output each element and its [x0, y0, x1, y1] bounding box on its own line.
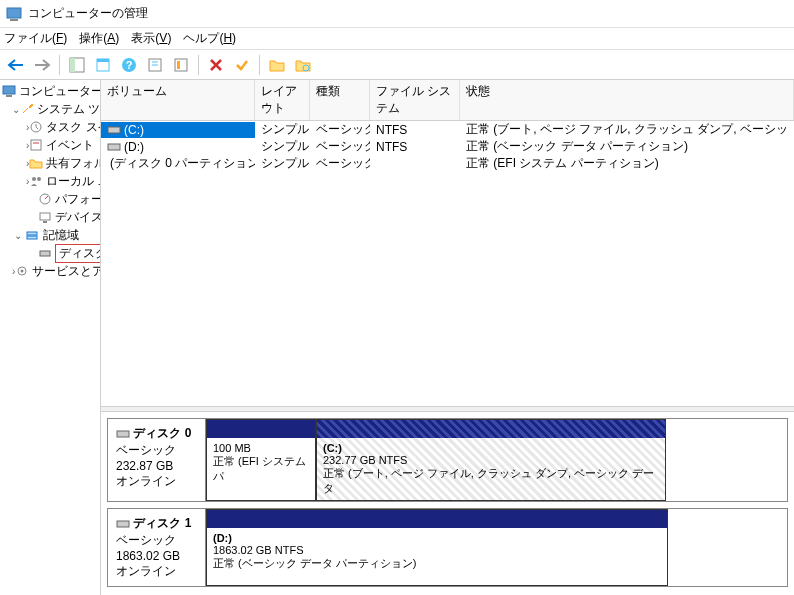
clock-icon [29, 119, 43, 135]
tree-event-viewer[interactable]: › イベント ビューアー [0, 136, 100, 154]
disk-block[interactable]: ディスク 1ベーシック1863.02 GBオンライン(D:)1863.02 GB… [107, 508, 788, 587]
menubar: ファイル(F) 操作(A) 表示(V) ヘルプ(H) [0, 28, 794, 50]
svg-rect-3 [70, 58, 75, 72]
tree-services-apps[interactable]: › サービスとアプリケーション [0, 262, 100, 280]
volume-row[interactable]: (ディスク 0 パーティション 1)シンプルベーシック正常 (EFI システム … [101, 155, 794, 172]
menu-view[interactable]: 表示(V) [131, 30, 171, 47]
toolbar-separator [198, 55, 199, 75]
tree-shared-folders[interactable]: › 共有フォルダー [0, 154, 100, 172]
tree-storage[interactable]: ⌄ 記憶域 [0, 226, 100, 244]
tree-device-manager[interactable]: デバイス マネージャー [0, 208, 100, 226]
folder-button[interactable] [265, 53, 289, 77]
svg-rect-24 [27, 232, 37, 235]
event-icon [29, 137, 43, 153]
svg-text:?: ? [126, 59, 133, 71]
users-icon [29, 173, 43, 189]
settings-button[interactable] [169, 53, 193, 77]
disk-info: ディスク 0ベーシック232.87 GBオンライン [108, 419, 206, 501]
refresh-button[interactable] [143, 53, 167, 77]
collapse-icon[interactable]: ⌄ [12, 104, 20, 115]
volume-row[interactable]: (C:)シンプルベーシックNTFS正常 (ブート, ページ ファイル, クラッシ… [101, 121, 794, 138]
forward-button[interactable] [30, 53, 54, 77]
tree-task-scheduler[interactable]: › タスク スケジューラ [0, 118, 100, 136]
svg-rect-5 [97, 59, 109, 62]
svg-point-28 [21, 270, 24, 273]
svg-rect-23 [43, 221, 47, 223]
properties-button[interactable] [91, 53, 115, 77]
storage-icon [24, 227, 40, 243]
computer-icon [2, 83, 16, 99]
toolbar: ? [0, 50, 794, 80]
check-button[interactable] [230, 53, 254, 77]
delete-button[interactable] [204, 53, 228, 77]
tree-disk-management[interactable]: ディスクの管理 [0, 244, 100, 262]
svg-rect-32 [117, 431, 129, 437]
svg-rect-1 [10, 19, 18, 21]
volume-row[interactable]: (D:)シンプルベーシックNTFS正常 (ベーシック データ パーティション) [101, 138, 794, 155]
col-fs[interactable]: ファイル システム [370, 80, 460, 120]
tree-local-users[interactable]: › ローカル ユーザーとグループ [0, 172, 100, 190]
col-type[interactable]: 種類 [310, 80, 370, 120]
disk-map[interactable]: ディスク 0ベーシック232.87 GBオンライン100 MB正常 (EFI シ… [101, 412, 794, 595]
show-hide-tree-button[interactable] [65, 53, 89, 77]
menu-help[interactable]: ヘルプ(H) [183, 30, 236, 47]
partition[interactable]: 100 MB正常 (EFI システム パ [206, 419, 316, 501]
tree-performance[interactable]: パフォーマンス [0, 190, 100, 208]
titlebar: コンピューターの管理 [0, 0, 794, 28]
performance-icon [38, 191, 52, 207]
tree-system-tools[interactable]: ⌄ システム ツール [0, 100, 100, 118]
partition[interactable]: (C:)232.77 GB NTFS正常 (ブート, ページ ファイル, クラッ… [316, 419, 666, 501]
help-button[interactable]: ? [117, 53, 141, 77]
svg-rect-25 [27, 236, 37, 239]
svg-rect-14 [3, 86, 15, 94]
svg-rect-33 [117, 521, 129, 527]
volume-list-header: ボリューム レイアウト 種類 ファイル システム 状態 [101, 80, 794, 121]
col-layout[interactable]: レイアウト [255, 80, 310, 120]
toolbar-separator [59, 55, 60, 75]
navigation-tree[interactable]: コンピューターの管理 (ローカル) ⌄ システム ツール › タスク スケジュー… [0, 80, 101, 595]
tools-icon [20, 101, 34, 117]
device-icon [38, 209, 52, 225]
svg-rect-0 [7, 8, 21, 18]
tree-root[interactable]: コンピューターの管理 (ローカル) [0, 82, 100, 100]
partition[interactable]: (D:)1863.02 GB NTFS正常 (ベーシック データ パーティション… [206, 509, 668, 586]
svg-point-20 [37, 177, 41, 181]
svg-point-19 [32, 177, 36, 181]
services-icon [15, 263, 29, 279]
disk-info: ディスク 1ベーシック1863.02 GBオンライン [108, 509, 206, 586]
collapse-icon[interactable]: ⌄ [12, 230, 24, 241]
svg-rect-17 [31, 140, 41, 150]
toolbar-separator [259, 55, 260, 75]
disk-block[interactable]: ディスク 0ベーシック232.87 GBオンライン100 MB正常 (EFI シ… [107, 418, 788, 502]
menu-file[interactable]: ファイル(F) [4, 30, 67, 47]
svg-rect-26 [40, 251, 50, 256]
back-button[interactable] [4, 53, 28, 77]
search-button[interactable] [291, 53, 315, 77]
svg-rect-22 [40, 213, 50, 220]
col-status[interactable]: 状態 [460, 80, 794, 120]
shared-folder-icon [29, 155, 43, 171]
volume-list[interactable]: (C:)シンプルベーシックNTFS正常 (ブート, ページ ファイル, クラッシ… [101, 121, 794, 406]
menu-action[interactable]: 操作(A) [79, 30, 119, 47]
svg-rect-15 [6, 95, 12, 97]
svg-rect-11 [175, 59, 187, 71]
window-title: コンピューターの管理 [28, 5, 148, 22]
svg-rect-30 [108, 144, 120, 150]
svg-rect-29 [108, 127, 120, 133]
col-volume[interactable]: ボリューム [101, 80, 255, 120]
disk-icon [38, 245, 52, 261]
app-icon [6, 6, 22, 22]
svg-rect-12 [177, 61, 180, 69]
